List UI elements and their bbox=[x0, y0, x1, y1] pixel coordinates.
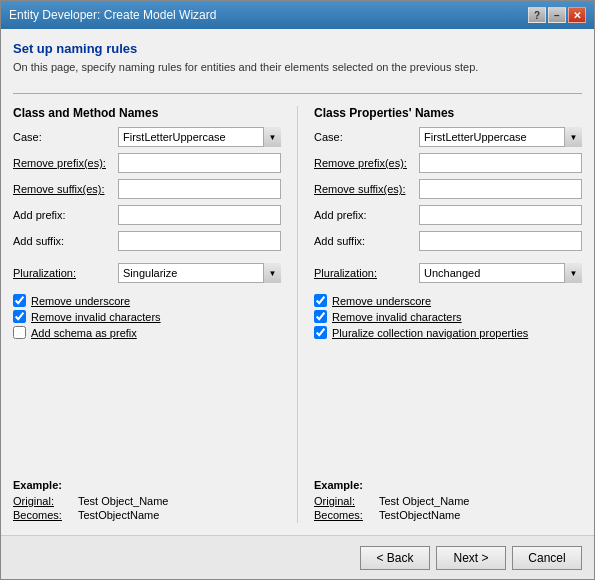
left-becomes-label: Becomes: bbox=[13, 509, 78, 521]
cancel-button[interactable]: Cancel bbox=[512, 546, 582, 570]
right-pluralize-nav-label: Pluralize collection navigation properti… bbox=[332, 327, 528, 339]
right-column: Class Properties' Names Case: FirstLette… bbox=[314, 106, 582, 523]
next-button[interactable]: Next > bbox=[436, 546, 506, 570]
left-case-label: Case: bbox=[13, 131, 118, 143]
right-column-title: Class Properties' Names bbox=[314, 106, 582, 120]
left-remove-underscore-label: Remove underscore bbox=[31, 295, 130, 307]
title-bar-buttons: ? − ✕ bbox=[528, 7, 586, 23]
page-description: On this page, specify naming rules for e… bbox=[13, 60, 582, 75]
help-button[interactable]: ? bbox=[528, 7, 546, 23]
left-remove-prefix-label: Remove prefix(es): bbox=[13, 157, 118, 169]
right-remove-prefix-input[interactable] bbox=[419, 153, 582, 173]
right-add-suffix-input[interactable] bbox=[419, 231, 582, 251]
back-button[interactable]: < Back bbox=[360, 546, 430, 570]
right-add-suffix-row: Add suffix: bbox=[314, 230, 582, 252]
right-remove-suffix-row: Remove suffix(es): bbox=[314, 178, 582, 200]
right-remove-underscore-row: Remove underscore bbox=[314, 294, 582, 307]
left-add-prefix-input[interactable] bbox=[118, 205, 281, 225]
left-remove-prefix-input[interactable] bbox=[118, 153, 281, 173]
minimize-button[interactable]: − bbox=[548, 7, 566, 23]
right-pluralize-nav-checkbox[interactable] bbox=[314, 326, 327, 339]
left-remove-invalid-label: Remove invalid characters bbox=[31, 311, 161, 323]
right-case-label: Case: bbox=[314, 131, 419, 143]
right-remove-underscore-checkbox[interactable] bbox=[314, 294, 327, 307]
left-remove-invalid-row: Remove invalid characters bbox=[13, 310, 281, 323]
columns-container: Class and Method Names Case: FirstLetter… bbox=[13, 106, 582, 523]
right-add-prefix-row: Add prefix: bbox=[314, 204, 582, 226]
content-area: Set up naming rules On this page, specif… bbox=[1, 29, 594, 535]
left-example-title: Example: bbox=[13, 479, 281, 491]
left-add-suffix-row: Add suffix: bbox=[13, 230, 281, 252]
left-remove-suffix-input[interactable] bbox=[118, 179, 281, 199]
left-add-prefix-row: Add prefix: bbox=[13, 204, 281, 226]
header-divider bbox=[13, 93, 582, 94]
left-remove-underscore-row: Remove underscore bbox=[13, 294, 281, 307]
right-case-select[interactable]: FirstLetterUppercase Uppercase Lowercase… bbox=[419, 127, 582, 147]
left-remove-suffix-row: Remove suffix(es): bbox=[13, 178, 281, 200]
left-remove-invalid-checkbox[interactable] bbox=[13, 310, 26, 323]
right-case-row: Case: FirstLetterUppercase Uppercase Low… bbox=[314, 126, 582, 148]
column-separator bbox=[297, 106, 298, 523]
right-pluralization-label: Pluralization: bbox=[314, 267, 419, 279]
right-pluralization-select[interactable]: Unchanged Singularize Pluralize bbox=[419, 263, 582, 283]
left-add-schema-checkbox[interactable] bbox=[13, 326, 26, 339]
right-remove-suffix-label: Remove suffix(es): bbox=[314, 183, 419, 195]
left-add-suffix-label: Add suffix: bbox=[13, 235, 118, 247]
footer: < Back Next > Cancel bbox=[1, 535, 594, 579]
main-window: Entity Developer: Create Model Wizard ? … bbox=[0, 0, 595, 580]
left-pluralization-select[interactable]: Singularize Pluralize Unchanged bbox=[118, 263, 281, 283]
left-original-row: Original: Test Object_Name bbox=[13, 495, 281, 507]
right-example-section: Example: Original: Test Object_Name Beco… bbox=[314, 473, 582, 523]
right-remove-prefix-row: Remove prefix(es): bbox=[314, 152, 582, 174]
close-button[interactable]: ✕ bbox=[568, 7, 586, 23]
right-remove-invalid-row: Remove invalid characters bbox=[314, 310, 582, 323]
left-pluralization-select-wrapper: Singularize Pluralize Unchanged ▼ bbox=[118, 263, 281, 283]
right-original-row: Original: Test Object_Name bbox=[314, 495, 582, 507]
left-column: Class and Method Names Case: FirstLetter… bbox=[13, 106, 281, 523]
right-add-prefix-label: Add prefix: bbox=[314, 209, 419, 221]
right-remove-invalid-label: Remove invalid characters bbox=[332, 311, 462, 323]
right-add-suffix-label: Add suffix: bbox=[314, 235, 419, 247]
left-column-title: Class and Method Names bbox=[13, 106, 281, 120]
left-case-row: Case: FirstLetterUppercase Uppercase Low… bbox=[13, 126, 281, 148]
left-original-value: Test Object_Name bbox=[78, 495, 168, 507]
left-pluralization-label: Pluralization: bbox=[13, 267, 118, 279]
right-add-prefix-input[interactable] bbox=[419, 205, 582, 225]
left-remove-underscore-checkbox[interactable] bbox=[13, 294, 26, 307]
right-remove-underscore-label: Remove underscore bbox=[332, 295, 431, 307]
left-add-prefix-label: Add prefix: bbox=[13, 209, 118, 221]
left-becomes-row: Becomes: TestObjectName bbox=[13, 509, 281, 521]
right-pluralization-row: Pluralization: Unchanged Singularize Plu… bbox=[314, 262, 582, 284]
right-becomes-row: Becomes: TestObjectName bbox=[314, 509, 582, 521]
left-add-schema-label: Add schema as prefix bbox=[31, 327, 137, 339]
title-bar: Entity Developer: Create Model Wizard ? … bbox=[1, 1, 594, 29]
left-remove-suffix-label: Remove suffix(es): bbox=[13, 183, 118, 195]
left-remove-prefix-row: Remove prefix(es): bbox=[13, 152, 281, 174]
right-original-label: Original: bbox=[314, 495, 379, 507]
right-becomes-value: TestObjectName bbox=[379, 509, 460, 521]
right-case-select-wrapper: FirstLetterUppercase Uppercase Lowercase… bbox=[419, 127, 582, 147]
left-case-select[interactable]: FirstLetterUppercase Uppercase Lowercase… bbox=[118, 127, 281, 147]
right-remove-prefix-label: Remove prefix(es): bbox=[314, 157, 419, 169]
right-becomes-label: Becomes: bbox=[314, 509, 379, 521]
page-title: Set up naming rules bbox=[13, 41, 582, 56]
left-case-select-wrapper: FirstLetterUppercase Uppercase Lowercase… bbox=[118, 127, 281, 147]
left-add-suffix-input[interactable] bbox=[118, 231, 281, 251]
right-pluralize-nav-row: Pluralize collection navigation properti… bbox=[314, 326, 582, 339]
right-example-title: Example: bbox=[314, 479, 582, 491]
left-original-label: Original: bbox=[13, 495, 78, 507]
header-section: Set up naming rules On this page, specif… bbox=[13, 41, 582, 81]
right-remove-invalid-checkbox[interactable] bbox=[314, 310, 327, 323]
right-original-value: Test Object_Name bbox=[379, 495, 469, 507]
right-remove-suffix-input[interactable] bbox=[419, 179, 582, 199]
window-title: Entity Developer: Create Model Wizard bbox=[9, 8, 216, 22]
left-add-schema-row: Add schema as prefix bbox=[13, 326, 281, 339]
left-pluralization-row: Pluralization: Singularize Pluralize Unc… bbox=[13, 262, 281, 284]
left-example-section: Example: Original: Test Object_Name Beco… bbox=[13, 473, 281, 523]
left-becomes-value: TestObjectName bbox=[78, 509, 159, 521]
right-pluralization-select-wrapper: Unchanged Singularize Pluralize ▼ bbox=[419, 263, 582, 283]
